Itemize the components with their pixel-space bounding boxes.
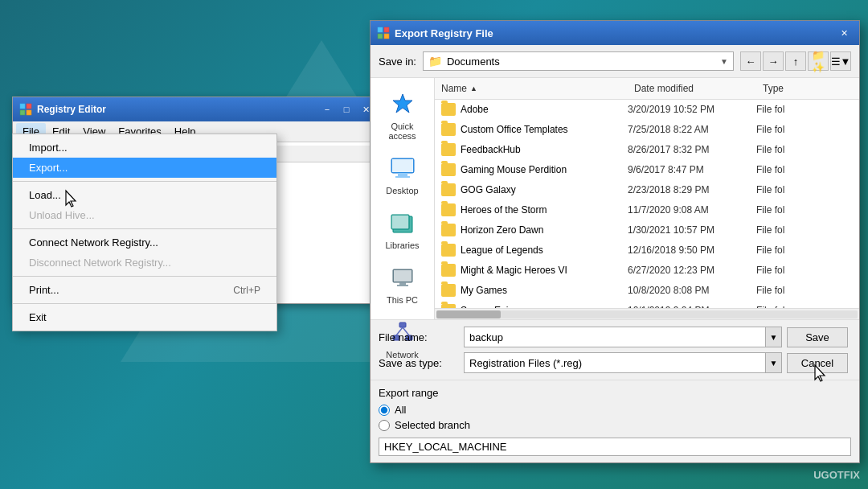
folder-icon: [441, 304, 456, 308]
folder-icon: [441, 123, 456, 136]
svg-rect-0: [20, 104, 25, 109]
table-row[interactable]: FeedbackHub 8/26/2017 8:32 PM File fol: [435, 140, 859, 160]
radio-branch-input[interactable]: [379, 420, 390, 431]
svg-rect-2: [20, 110, 25, 115]
menu-print[interactable]: Print... Ctrl+P: [13, 280, 276, 300]
list-item-type: File fol: [756, 285, 859, 296]
table-row[interactable]: Might & Magic Heroes VI 6/27/2020 12:23 …: [435, 261, 859, 281]
computer-icon: [388, 263, 417, 292]
registry-editor-titlebar: Registry Editor − □ ✕: [13, 97, 381, 121]
svg-rect-5: [384, 27, 389, 32]
list-item-type: File fol: [756, 265, 859, 276]
nav-desktop[interactable]: Desktop: [374, 149, 432, 200]
libraries-icon: [388, 208, 417, 237]
nav-this-pc[interactable]: This PC: [374, 258, 432, 310]
list-item-type: File fol: [756, 204, 859, 216]
menu-export[interactable]: Export...: [13, 158, 276, 178]
save-in-dropdown[interactable]: 📁 Documents ▼: [423, 51, 734, 71]
export-registry-dialog: Export Registry File ✕ Save in: 📁 Docume…: [370, 20, 860, 463]
separator-1: [13, 181, 276, 182]
maximize-button[interactable]: □: [338, 102, 355, 117]
table-row[interactable]: GOG Galaxy 2/23/2018 8:29 PM File fol: [435, 180, 859, 200]
table-row[interactable]: Custom Office Templates 7/25/2018 8:22 A…: [435, 120, 859, 140]
table-row[interactable]: Gaming Mouse Perdition 9/6/2017 8:47 PM …: [435, 160, 859, 180]
save-in-bar: Save in: 📁 Documents ▼ ← → ↑ 📁✨ ☰▼: [371, 45, 859, 78]
list-item-date: 3/20/2019 10:52 PM: [628, 104, 756, 115]
table-row[interactable]: Horizon Zero Dawn 1/30/2021 10:57 PM Fil…: [435, 220, 859, 240]
table-row[interactable]: My Games 10/8/2020 8:08 PM File fol: [435, 281, 859, 301]
back-button[interactable]: ←: [740, 51, 761, 71]
svg-rect-20: [399, 323, 406, 327]
file-name-label: File name:: [379, 331, 459, 343]
svg-rect-17: [394, 270, 411, 281]
export-range-radio-group: All Selected branch: [379, 404, 851, 456]
folder-icon: [441, 284, 456, 297]
nav-quick-access[interactable]: Quick access: [374, 84, 432, 146]
list-item-name: My Games: [461, 285, 507, 296]
list-item-type: File fol: [756, 124, 859, 135]
list-item-date: 12/16/2018 9:50 PM: [628, 244, 756, 256]
file-name-dropdown-btn[interactable]: ▼: [765, 327, 781, 347]
svg-rect-6: [378, 34, 383, 39]
folder-icon: [441, 183, 456, 196]
cancel-button[interactable]: Cancel: [787, 353, 848, 373]
radio-all-input[interactable]: [379, 405, 390, 416]
toolbar-buttons: ← → ↑ 📁✨ ☰▼: [740, 51, 851, 71]
save-as-type-dropdown-btn[interactable]: ▼: [765, 353, 781, 372]
col-type-header[interactable]: Type: [756, 81, 859, 96]
views-button[interactable]: ☰▼: [830, 51, 851, 71]
svg-rect-1: [27, 104, 31, 109]
folder-icon: [441, 264, 456, 277]
menu-connect-network[interactable]: Connect Network Registry...: [13, 232, 276, 253]
table-row[interactable]: League of Legends 12/16/2018 9:50 PM Fil…: [435, 240, 859, 261]
save-as-type-input[interactable]: [465, 355, 765, 372]
menu-disconnect-network: Disconnect Network Registry...: [13, 253, 276, 273]
window-controls: − □ ✕: [318, 102, 375, 117]
svg-marker-8: [393, 94, 412, 113]
separator-2: [13, 228, 276, 229]
file-name-input[interactable]: [465, 329, 765, 346]
watermark: UGOTFIX: [813, 469, 860, 481]
svg-rect-18: [399, 282, 406, 285]
file-list-area: Name ▲ Date modified Type Adobe 3/20/201…: [435, 78, 859, 319]
svg-rect-11: [395, 176, 410, 178]
radio-all-item[interactable]: All: [379, 404, 851, 416]
svg-rect-15: [392, 216, 408, 228]
list-item-name: Gaming Mouse Perdition: [461, 164, 567, 175]
list-item-date: 2/23/2018 8:29 PM: [628, 184, 756, 195]
menu-load[interactable]: Load...: [13, 185, 276, 205]
forward-button[interactable]: →: [763, 51, 784, 71]
libraries-label: Libraries: [385, 240, 419, 250]
menu-exit[interactable]: Exit: [13, 307, 276, 327]
col-name-header[interactable]: Name ▲: [435, 81, 628, 96]
desktop-label: Desktop: [386, 186, 418, 195]
up-button[interactable]: ↑: [785, 51, 806, 71]
list-item-type: File fol: [756, 164, 859, 175]
save-in-value: Documents: [447, 55, 715, 68]
list-item-date: 9/6/2017 8:47 PM: [628, 164, 756, 175]
svg-rect-12: [392, 159, 413, 172]
nav-libraries[interactable]: Libraries: [374, 203, 432, 255]
table-row[interactable]: Heroes of the Storm 11/7/2020 9:08 AM Fi…: [435, 200, 859, 220]
minimize-button[interactable]: −: [318, 102, 336, 117]
svg-rect-19: [397, 285, 408, 286]
file-name-input-wrapper: ▼: [464, 327, 782, 347]
col-date-header[interactable]: Date modified: [628, 81, 756, 96]
table-row[interactable]: Square Enix 10/1/2019 9:04 PM File fol: [435, 301, 859, 308]
menu-import[interactable]: Import...: [13, 138, 276, 158]
quick-access-icon: [388, 89, 417, 118]
radio-branch-item[interactable]: Selected branch: [379, 419, 851, 431]
list-item-name: Might & Magic Heroes VI: [461, 265, 567, 276]
list-item-name: Custom Office Templates: [461, 124, 568, 135]
folder-icon: [441, 143, 456, 156]
menu-unload-hive: Unload Hive...: [13, 205, 276, 225]
new-folder-button[interactable]: 📁✨: [808, 51, 829, 71]
horizontal-scrollbar[interactable]: [435, 308, 859, 319]
branch-value-input[interactable]: [379, 438, 851, 456]
list-item-date: 7/25/2018 8:22 AM: [628, 124, 756, 135]
file-menu-dropdown: Import... Export... Load... Unload Hive.…: [12, 134, 277, 331]
file-list: Adobe 3/20/2019 10:52 PM File fol Custom…: [435, 100, 859, 308]
save-button[interactable]: Save: [787, 327, 848, 347]
export-dialog-close[interactable]: ✕: [835, 26, 853, 40]
table-row[interactable]: Adobe 3/20/2019 10:52 PM File fol: [435, 100, 859, 120]
